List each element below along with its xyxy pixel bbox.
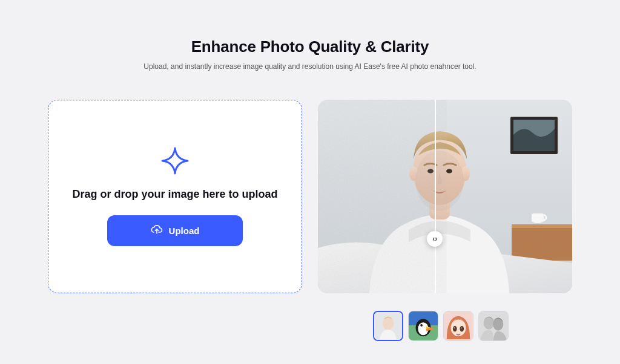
slider-arrows-icon: ‹›	[432, 235, 437, 243]
svg-point-21	[420, 324, 423, 327]
page-title: Enhance Photo Quality & Clarity	[0, 37, 620, 56]
svg-point-27	[461, 327, 462, 328]
svg-point-29	[484, 317, 494, 330]
upload-button-label: Upload	[169, 226, 200, 236]
thumb-sample-portrait[interactable]	[373, 311, 403, 341]
svg-point-16	[383, 316, 394, 330]
svg-point-25	[460, 326, 464, 332]
page-subtitle: Upload, and instantly increase image qua…	[0, 62, 620, 71]
sample-thumbnails	[373, 311, 509, 341]
svg-point-26	[453, 327, 455, 328]
compare-divider	[435, 100, 436, 293]
thumb-sample-anime[interactable]	[443, 311, 473, 341]
svg-rect-3	[512, 224, 572, 261]
dropzone-label: Drag or drop your image here to upload	[72, 188, 277, 201]
thumb-sample-puffin[interactable]	[408, 311, 438, 341]
main-content: Drag or drop your image here to upload U…	[0, 100, 620, 293]
sparkle-icon	[161, 147, 189, 175]
thumb-sample-bw-photo[interactable]	[478, 311, 509, 341]
page-header: Enhance Photo Quality & Clarity Upload, …	[0, 0, 620, 71]
upload-button[interactable]: Upload	[107, 215, 243, 246]
cloud-upload-icon	[151, 225, 163, 236]
compare-preview: ‹›	[318, 100, 572, 293]
svg-rect-14	[318, 100, 435, 293]
compare-slider-handle[interactable]: ‹›	[427, 231, 443, 247]
svg-rect-6	[532, 213, 544, 222]
svg-point-24	[453, 326, 457, 332]
upload-dropzone[interactable]: Drag or drop your image here to upload U…	[48, 100, 302, 293]
svg-rect-4	[512, 224, 572, 228]
svg-point-30	[493, 318, 503, 331]
